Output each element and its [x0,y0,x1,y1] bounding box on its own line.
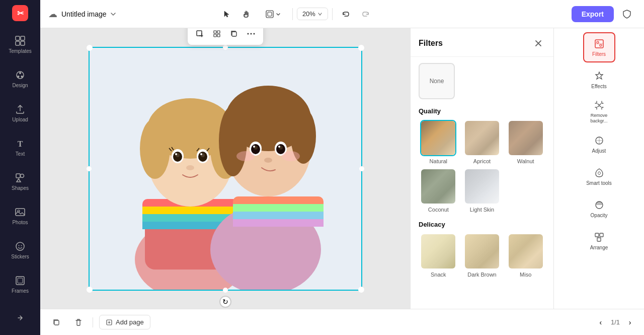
svg-rect-46 [233,219,324,227]
svg-point-9 [21,76,23,78]
zoom-chevron-icon [317,12,323,17]
sidebar-item-design-label: Design [12,83,28,88]
filter-miso[interactable]: Miso [506,233,545,278]
right-tool-smart[interactable]: Smart tools [583,161,615,191]
canvas-content[interactable]: ↻ [90,48,361,290]
svg-rect-76 [595,233,599,237]
zoom-selector[interactable]: 20% [297,8,328,20]
filter-apricot-label: Apricot [473,158,491,164]
svg-point-61 [282,151,300,161]
filter-lightskin-label: Light Skin [470,207,494,213]
filter-apricot[interactable]: Apricot [462,120,502,164]
page-prev-btn[interactable]: ‹ [595,316,607,328]
svg-point-17 [21,245,22,246]
hand-tool-btn[interactable] [238,5,256,23]
grid-btn[interactable] [209,28,225,42]
document-title-text: Untitled image [61,10,107,18]
svg-rect-63 [214,31,216,33]
svg-rect-20 [266,11,273,18]
undo-btn[interactable] [337,5,355,23]
svg-point-59 [264,158,272,163]
svg-rect-64 [217,31,220,33]
filter-coconut[interactable]: Coconut [419,168,458,213]
redo-btn[interactable] [357,5,375,23]
filters-header: Filters [411,28,553,57]
filter-natural[interactable]: Natural [419,120,458,164]
right-tool-adjust-label: Adjust [592,148,606,154]
canvas-area[interactable]: Page 1 [40,28,410,309]
handle-mid-left[interactable] [87,166,92,171]
svg-point-31 [140,118,170,179]
svg-rect-2 [16,36,20,40]
filter-darkbrown[interactable]: Dark Brown [462,233,502,278]
sidebar-item-text-label: Text [16,151,25,157]
filters-close-btn[interactable] [531,36,545,50]
quality-section-title: Quality [419,107,545,115]
right-tool-filters[interactable]: Filters [583,32,615,62]
select-tool-btn[interactable] [218,5,236,23]
right-tool-remove-bg-label: Remove backgr... [583,113,615,124]
bottom-bar: Add page ‹ 1/1 › [40,309,644,335]
handle-top-center[interactable] [223,45,228,50]
svg-point-72 [597,41,599,43]
handle-top-right[interactable] [358,45,364,51]
sidebar-collapse-btn[interactable] [11,309,29,327]
main-area: ☁ Untitled image [40,0,644,335]
svg-point-73 [600,44,602,46]
sidebar-item-upload[interactable]: Upload [3,97,37,129]
copy-btn[interactable] [226,28,242,42]
filter-coconut-label: Coconut [428,207,449,213]
bottom-trash-btn[interactable] [70,314,87,330]
document-title-btn[interactable]: Untitled image [61,10,117,18]
export-btn[interactable]: Export [572,6,614,22]
none-filter-label: None [430,78,444,85]
page-nav: ‹ 1/1 › [595,316,636,328]
svg-rect-44 [233,204,324,212]
right-tool-arrange[interactable]: Arrange [583,226,615,256]
handle-top-left[interactable] [87,45,93,51]
shield-btn[interactable] [618,5,636,23]
svg-point-58 [278,146,280,148]
more-options-btn[interactable] [243,28,259,42]
filters-body: None Quality Natural Apri [411,57,553,309]
page-current: 1/1 [611,318,620,326]
rotate-handle[interactable]: ↻ [219,296,231,308]
filter-snack[interactable]: Snack [419,233,458,278]
add-page-label: Add page [116,318,144,326]
sidebar-item-design[interactable]: Design [3,62,37,95]
filter-walnut[interactable]: Walnut [506,120,545,164]
sidebar: ✂ Templates Design Upload T Text [0,0,40,335]
page-next-btn[interactable]: › [624,316,636,328]
handle-bottom-left[interactable] [87,287,93,293]
svg-rect-65 [214,34,216,37]
app-logo: ✂ [11,4,29,22]
svg-point-8 [18,76,20,78]
none-filter[interactable]: None [419,63,455,99]
svg-point-70 [253,33,255,34]
sidebar-item-frames[interactable]: Frames [3,268,37,300]
sidebar-item-photos[interactable]: Photos [3,199,37,232]
right-tool-opacity[interactable]: Opacity [583,193,615,224]
sidebar-item-templates[interactable]: Templates [3,28,37,60]
right-tool-remove-bg[interactable]: Remove backgr... [583,97,615,127]
sidebar-item-shapes[interactable]: Shapes [3,165,37,197]
layout-tool-btn[interactable] [258,5,288,23]
canvas-wrapper: Page 1 [40,28,644,309]
add-page-btn[interactable]: Add page [99,315,150,329]
sidebar-item-stickers[interactable]: Stickers [3,234,37,266]
bottom-copy-btn[interactable] [48,314,64,330]
sidebar-item-text[interactable]: T Text [3,131,37,163]
svg-text:T: T [18,140,23,148]
right-tool-arrange-label: Arrange [590,245,608,250]
svg-point-12 [21,174,24,177]
zoom-value: 20% [302,10,315,18]
right-tool-effects[interactable]: Effects [583,64,615,95]
filter-lightskin[interactable]: Light Skin [462,168,502,213]
handle-bottom-right[interactable] [358,287,364,293]
handle-mid-right[interactable] [359,166,364,171]
crop-btn[interactable] [192,28,208,42]
right-tool-adjust[interactable]: Adjust [583,129,615,159]
filter-snack-label: Snack [431,272,446,278]
svg-rect-18 [16,277,24,285]
handle-bottom-center[interactable] [223,288,228,293]
